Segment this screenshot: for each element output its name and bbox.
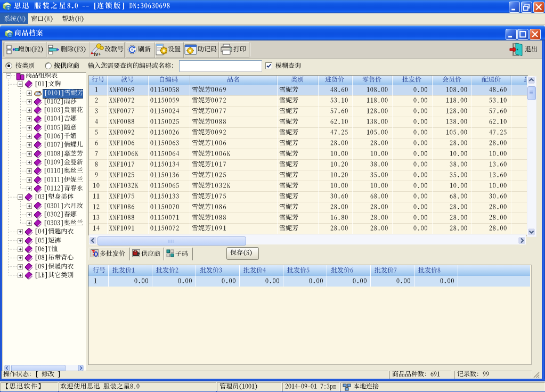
svg-text:IV+: IV+ bbox=[94, 52, 101, 56]
